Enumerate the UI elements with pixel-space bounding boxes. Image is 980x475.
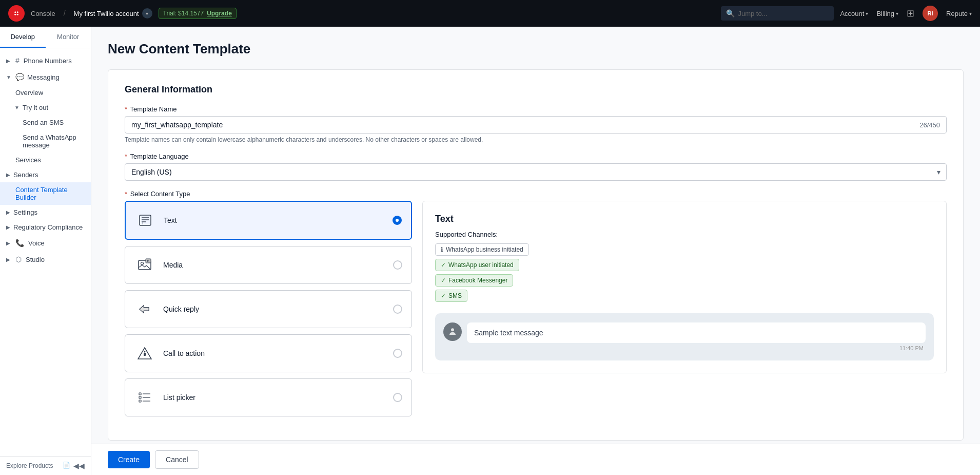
tab-monitor[interactable]: Monitor: [46, 27, 91, 48]
list-picker-radio[interactable]: [393, 393, 402, 402]
messaging-expand-icon: ▼: [6, 74, 11, 80]
voice-expand-icon: ▶: [6, 240, 10, 246]
voice-icon: 📞: [15, 239, 24, 247]
text-type-label: Text: [164, 216, 384, 224]
template-language-field: * Template Language English (US): [125, 153, 947, 181]
sidebar-item-settings[interactable]: ▶ Settings: [0, 205, 91, 220]
sidebar-item-send-sms[interactable]: Send an SMS: [0, 115, 91, 130]
media-type-label: Media: [163, 261, 385, 269]
account-nav-link[interactable]: Account ▾: [840, 10, 868, 17]
media-type-icon: [134, 255, 155, 275]
regulatory-expand-icon: ▶: [6, 224, 10, 230]
grid-icon[interactable]: ⊞: [907, 8, 914, 19]
svg-rect-16: [144, 353, 146, 356]
content-type-quick-reply[interactable]: Quick reply: [125, 290, 412, 328]
svg-rect-18: [139, 393, 141, 395]
sidebar-item-overview[interactable]: Overview: [0, 85, 91, 100]
content-type-text[interactable]: T Text: [125, 201, 412, 240]
sidebar-item-voice[interactable]: ▶ 📞 Voice: [0, 235, 91, 251]
billing-dropdown-icon: ▾: [896, 11, 898, 16]
template-language-label: * Template Language: [125, 153, 947, 160]
section-title: General Information: [125, 84, 947, 95]
required-marker-2: *: [125, 153, 127, 160]
content-type-list-picker[interactable]: List picker: [125, 378, 412, 416]
list-picker-type-icon: [134, 387, 155, 408]
sidebar-item-services[interactable]: Services: [0, 153, 91, 167]
content-type-call-to-action[interactable]: Call to action: [125, 334, 412, 372]
account-dropdown-icon: ▾: [866, 11, 868, 16]
studio-expand-icon: ▶: [6, 257, 10, 262]
sidebar-item-phone-numbers[interactable]: ▶ # Phone Numbers: [0, 52, 91, 69]
upgrade-link[interactable]: Upgrade: [207, 10, 232, 17]
content-type-list: T Text: [125, 201, 412, 416]
svg-point-2: [17, 11, 18, 13]
svg-rect-22: [139, 400, 141, 402]
page-title: New Content Template: [108, 41, 964, 57]
create-button[interactable]: Create: [108, 451, 150, 468]
preview-content: Sample text message 11:40 PM: [467, 322, 926, 351]
svg-point-11: [141, 262, 144, 265]
sidebar-item-studio[interactable]: ▶ ⬡ Studio: [0, 251, 91, 268]
sidebar-item-messaging[interactable]: ▼ 💬 Messaging: [0, 69, 91, 85]
content-type-grid: T Text: [125, 201, 947, 416]
template-language-select-wrapper: English (US): [125, 163, 947, 181]
success-dot-icon-2: ✓: [441, 277, 446, 284]
topnav: Console / My first Twilio account ▾ Tria…: [0, 0, 980, 27]
required-marker: *: [125, 105, 127, 113]
svg-point-17: [144, 351, 146, 353]
template-language-select[interactable]: English (US): [125, 163, 947, 181]
channel-badge-whatsapp-user: ✓ WhatsApp user initiated: [435, 259, 519, 271]
settings-expand-icon: ▶: [6, 210, 10, 215]
info-panel-title: Text: [435, 214, 934, 224]
channel-badges-list: ℹ WhatsApp business initiated ✓ WhatsApp…: [435, 243, 934, 305]
trial-label: Trial: $14.1577: [163, 10, 204, 17]
content-type-label: * Select Content Type: [125, 190, 947, 198]
sidebar: Develop Monitor ▶ # Phone Numbers ▼ 💬 Me…: [0, 27, 91, 475]
sidebar-item-content-template-builder[interactable]: Content Template Builder: [0, 182, 91, 205]
senders-expand-icon: ▶: [6, 172, 10, 178]
preview-text: Sample text message: [474, 329, 918, 337]
sidebar-footer: Explore Products 📄 ◀◀: [0, 456, 91, 475]
trial-badge: Trial: $14.1577 Upgrade: [159, 8, 237, 19]
channel-badge-facebook: ✓ Facebook Messenger: [435, 274, 513, 287]
quick-reply-radio[interactable]: [393, 305, 402, 314]
media-radio[interactable]: [393, 260, 402, 270]
hash-icon: #: [15, 56, 19, 65]
template-name-input-row[interactable]: 26/450: [125, 116, 947, 134]
sidebar-item-try-it-out[interactable]: ▼ Try it out: [0, 100, 91, 115]
account-section[interactable]: My first Twilio account ▾: [74, 8, 152, 18]
sidebar-tabs: Develop Monitor: [0, 27, 91, 48]
content-type-media[interactable]: Media: [125, 246, 412, 284]
content-type-field: * Select Content Type: [125, 190, 947, 416]
nav-separator: /: [64, 9, 66, 17]
messaging-label: Messaging: [27, 73, 60, 81]
footer-icons: 📄 ◀◀: [63, 462, 85, 470]
collapse-btn[interactable]: ◀◀: [73, 462, 85, 470]
channel-badge-whatsapp-business: ℹ WhatsApp business initiated: [435, 243, 529, 256]
search-box[interactable]: 🔍: [721, 6, 834, 21]
call-to-action-radio[interactable]: [393, 349, 402, 358]
sidebar-item-send-whatsapp[interactable]: Send a WhatsApp message: [0, 130, 91, 153]
search-input[interactable]: [738, 10, 829, 17]
info-panel: Text Supported Channels: ℹ WhatsApp busi…: [422, 201, 947, 373]
docs-support-link[interactable]: 📄: [63, 462, 70, 470]
tab-develop[interactable]: Develop: [0, 27, 46, 48]
success-dot-icon-3: ✓: [441, 292, 446, 299]
svg-point-3: [14, 14, 16, 15]
text-radio[interactable]: [393, 216, 402, 225]
cancel-button[interactable]: Cancel: [155, 450, 199, 469]
bottom-bar: Create Cancel: [91, 444, 980, 475]
console-label: Console: [31, 10, 55, 17]
account-name: My first Twilio account: [74, 10, 139, 17]
sidebar-item-senders[interactable]: ▶ Senders: [0, 167, 91, 182]
svg-rect-20: [139, 396, 141, 398]
sidebar-item-regulatory[interactable]: ▶ Regulatory Compliance: [0, 220, 91, 235]
repute-link[interactable]: Repute ▾: [946, 10, 972, 17]
explore-products-link[interactable]: Explore Products: [6, 462, 53, 469]
info-panel-channels-label: Supported Channels:: [435, 231, 934, 238]
account-dropdown-btn[interactable]: ▾: [142, 8, 152, 18]
sidebar-content: ▶ # Phone Numbers ▼ 💬 Messaging Overview…: [0, 48, 91, 456]
billing-nav-link[interactable]: Billing ▾: [876, 10, 898, 17]
avatar[interactable]: RI: [923, 6, 938, 21]
template-name-input[interactable]: [131, 121, 919, 129]
